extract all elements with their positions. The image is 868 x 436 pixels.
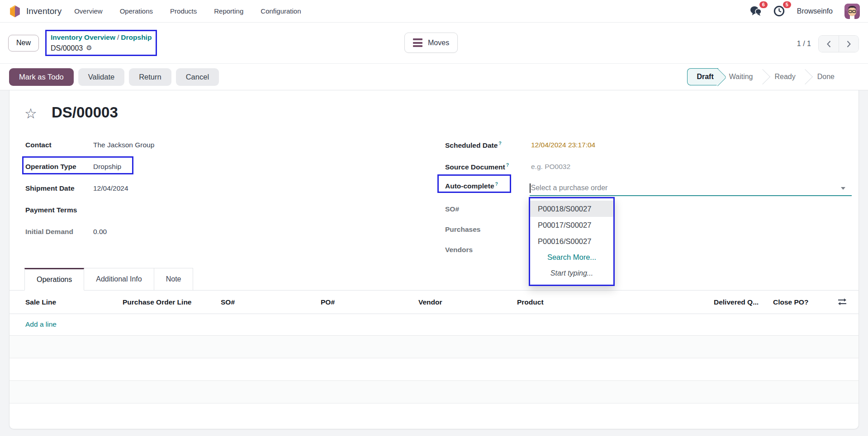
auto-complete-dropdown: P00018/S00027 P00017/S00027 P00016/S0002…	[529, 197, 615, 286]
form-sheet: ☆ DS/00003 Contact The Jackson Group Ope…	[9, 90, 859, 429]
empty-row	[9, 381, 859, 403]
cancel-button[interactable]: Cancel	[176, 68, 219, 86]
column-header-purchase-order-line: Purchase Order Line	[123, 291, 191, 314]
chevron-down-icon[interactable]	[841, 187, 845, 190]
messages-badge: 6	[759, 1, 768, 8]
field-label-so-number: SO#	[445, 205, 459, 213]
field-label-contact: Contact	[25, 141, 52, 149]
chevron-right-icon	[846, 40, 851, 48]
help-icon: ?	[498, 141, 501, 146]
app-screen: Inventory Overview Operations Products R…	[0, 0, 868, 436]
status-pipeline: Draft Waiting Ready Done	[687, 68, 845, 85]
notebook-tabs: Operations Additional Info Note	[9, 268, 859, 291]
breadcrumb-separator: /	[115, 33, 121, 41]
field-label-purchases: Purchases	[445, 225, 480, 234]
empty-row	[9, 336, 859, 358]
pager: 1 / 1	[797, 35, 859, 52]
breadcrumb-link-dropship[interactable]: Dropship	[121, 33, 152, 41]
pager-next-button[interactable]	[839, 36, 859, 52]
control-panel: New Inventory Overview/Dropship DS/00003…	[0, 23, 868, 63]
mark-as-todo-button[interactable]: Mark as Todo	[9, 68, 74, 86]
dropdown-search-more[interactable]: Search More...	[530, 249, 613, 265]
breadcrumb: Inventory Overview/Dropship DS/00003 ⚙	[45, 30, 157, 56]
state-draft[interactable]: Draft	[687, 68, 718, 85]
top-navbar: Inventory Overview Operations Products R…	[0, 0, 868, 23]
navbar-right: 6 5 Browseinfo	[750, 4, 860, 19]
gear-icon[interactable]: ⚙	[86, 43, 92, 53]
menu-item-products[interactable]: Products	[170, 7, 197, 15]
menu-item-overview[interactable]: Overview	[74, 7, 103, 15]
column-header-sale-line: Sale Line	[25, 291, 56, 314]
auto-complete-placeholder: Select a purchase order	[531, 184, 608, 192]
field-label-payment-terms: Payment Terms	[25, 206, 77, 214]
columns-adjust-icon	[838, 298, 847, 306]
dropdown-option[interactable]: P00016/S00027	[530, 233, 613, 249]
menu-item-reporting[interactable]: Reporting	[214, 7, 243, 15]
column-header-close-po: Close PO?	[773, 291, 808, 314]
tab-note[interactable]: Note	[154, 268, 194, 291]
source-document-input[interactable]: e.g. PO0032	[531, 163, 570, 171]
column-header-vendor: Vendor	[418, 291, 442, 314]
activities-button[interactable]: 5	[773, 5, 785, 17]
field-value-contact[interactable]: The Jackson Group	[93, 141, 154, 149]
avatar-image	[844, 4, 860, 19]
dropdown-start-typing-hint: Start typing...	[530, 265, 613, 281]
field-value-operation-type[interactable]: Dropship	[93, 163, 121, 171]
field-value-initial-demand: 0.00	[93, 228, 107, 236]
add-line-row: Add a line	[9, 314, 859, 336]
messages-button[interactable]: 6	[750, 5, 762, 17]
breadcrumb-link-inventory-overview[interactable]: Inventory Overview	[51, 33, 115, 41]
main-menu: Overview Operations Products Reporting C…	[74, 7, 301, 15]
help-icon: ?	[495, 181, 498, 187]
pager-value[interactable]: 1 / 1	[797, 40, 811, 48]
activities-badge: 5	[783, 1, 791, 8]
field-value-shipment-date[interactable]: 12/04/2024	[93, 184, 128, 192]
return-button[interactable]: Return	[129, 68, 171, 86]
tab-operations[interactable]: Operations	[24, 268, 84, 291]
pager-previous-button[interactable]	[819, 36, 839, 52]
field-label-initial-demand: Initial Demand	[25, 228, 73, 236]
field-label-scheduled-date: Scheduled Date?	[445, 141, 502, 150]
user-avatar[interactable]	[844, 4, 860, 19]
dropdown-option[interactable]: P00018/S00027	[530, 201, 613, 217]
app-switcher[interactable]: Inventory	[8, 5, 62, 18]
add-a-line-link[interactable]: Add a line	[25, 320, 57, 328]
field-label-auto-complete: Auto-complete?	[445, 181, 498, 190]
lines-table-header: Sale Line Purchase Order Line SO# PO# Ve…	[9, 291, 859, 314]
inventory-logo-icon	[8, 5, 22, 18]
document-title: DS/00003	[52, 104, 118, 121]
tab-additional-info[interactable]: Additional Info	[84, 268, 154, 291]
text-cursor	[530, 183, 531, 193]
menu-item-configuration[interactable]: Configuration	[261, 7, 301, 15]
user-name[interactable]: Browseinfo	[797, 7, 833, 15]
field-label-shipment-date: Shipment Date	[25, 184, 75, 192]
favorite-star-icon[interactable]: ☆	[24, 107, 37, 121]
breadcrumb-current: DS/00003	[51, 43, 83, 53]
moves-label: Moves	[428, 39, 449, 47]
column-header-so: SO#	[221, 291, 235, 314]
menu-item-operations[interactable]: Operations	[120, 7, 153, 15]
dropdown-option[interactable]: P00017/S00027	[530, 217, 613, 233]
auto-complete-input[interactable]: Select a purchase order	[530, 181, 852, 196]
new-button[interactable]: New	[8, 35, 39, 52]
empty-row	[9, 358, 859, 381]
hamburger-icon	[413, 37, 422, 49]
chevron-left-icon	[826, 40, 831, 48]
moves-button[interactable]: Moves	[404, 33, 458, 53]
app-name: Inventory	[26, 6, 62, 16]
column-header-product: Product	[517, 291, 544, 314]
help-icon: ?	[506, 162, 509, 168]
field-label-operation-type: Operation Type	[25, 163, 76, 171]
clock-icon	[773, 5, 785, 17]
validate-button[interactable]: Validate	[78, 68, 124, 86]
column-header-delivered-qty: Delivered Q...	[714, 291, 759, 314]
column-header-po: PO#	[321, 291, 335, 314]
field-label-vendors: Vendors	[445, 246, 473, 254]
field-value-scheduled-date[interactable]: 12/04/2024 23:17:04	[531, 141, 595, 149]
field-label-source-document: Source Document?	[445, 162, 509, 171]
optional-columns-button[interactable]	[838, 298, 847, 307]
form-statusbar: Mark as Todo Validate Return Cancel Draf…	[0, 63, 868, 90]
